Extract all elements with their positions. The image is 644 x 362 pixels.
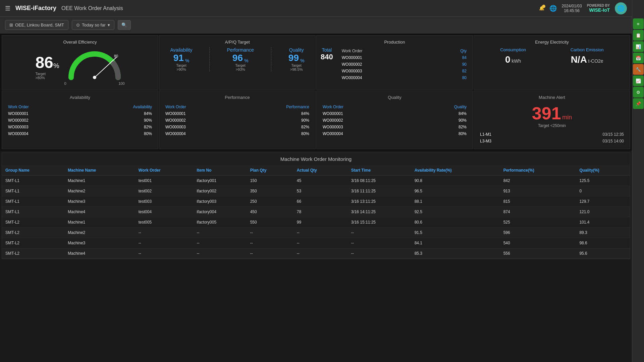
table-row: WO00000184%: [321, 111, 468, 117]
table-row: L3-M303/15 14:00: [479, 138, 625, 144]
table-row: WO00000480%: [321, 131, 468, 137]
notif-dot: [542, 5, 545, 8]
search-button[interactable]: 🔍: [118, 20, 131, 30]
date-filter-button[interactable]: ⊙ Today so far ▾: [72, 20, 114, 30]
production-total: Total 840: [321, 47, 333, 81]
col-performance: Performance(%): [500, 165, 576, 176]
col-work-order: Work Order: [135, 165, 194, 176]
table-row: SMT-L1Machine3test003ifactory003250663/1…: [2, 196, 630, 207]
quality-pct: %: [300, 58, 304, 63]
sidebar-btn-2[interactable]: 📋: [633, 30, 644, 41]
table-row: WO00000290%: [321, 117, 468, 123]
svg-point-1: [93, 76, 96, 79]
performance-value-line: 96 %: [227, 53, 254, 63]
availability-metric: Availability 91 % Target>90%: [170, 47, 193, 71]
availability-section-title: Availability: [6, 95, 154, 100]
carbon-unit: t-CO2e: [588, 58, 603, 64]
monitoring-table-header: Group Name Machine Name Work Order Item …: [2, 165, 630, 176]
filter-icon: ⊞: [9, 22, 13, 27]
user-avatar[interactable]: 🌐: [615, 2, 627, 14]
availability-target: Target>90%: [170, 63, 193, 71]
quality-value-line: 99 %: [288, 53, 305, 63]
hamburger-icon[interactable]: ☰: [5, 5, 10, 12]
col-plan-qty: Plan Qty: [247, 165, 293, 176]
clock-icon: ⊙: [76, 22, 80, 27]
table-row: WO00000382: [340, 68, 468, 74]
sidebar-btn-8[interactable]: 📌: [633, 98, 644, 109]
alert-value-area: 391 min: [478, 103, 626, 123]
notification-bell[interactable]: 🔔: [539, 6, 544, 11]
carbon-label: Carbon Emission: [571, 47, 604, 52]
table-row: WO00000382%: [321, 124, 468, 130]
gauge-labels: 0 100: [64, 81, 125, 85]
overall-efficiency-card: Overall Efficiency 86% Target >80%: [2, 35, 158, 90]
performance-card: Performance Work Order Performance WO000…: [159, 90, 316, 149]
sidebar: ≡ 📋 📊 📅 🔧 📈 ⚙ 📌: [632, 0, 644, 362]
performance-label: Performance: [227, 47, 254, 53]
table-row: WO00000480%: [7, 131, 153, 137]
carbon-value-area: N/A t-CO2e: [571, 54, 604, 65]
page-title: OEE Work Order Analysis: [61, 5, 123, 11]
performance-target: Target>93%: [227, 63, 254, 71]
availability-label: Availability: [170, 47, 193, 53]
availability-pct: %: [185, 58, 189, 63]
table-row: WO00000480: [340, 75, 468, 81]
oee-gauge-svg: 80: [64, 47, 125, 81]
total-label: Total: [322, 47, 332, 53]
prod-qty-col-header: Qty: [433, 48, 468, 54]
chevron-down-icon: ▾: [108, 22, 110, 27]
powered-by: POWERED BY WISE-IoT: [587, 4, 610, 13]
oee-title: Overall Efficiency: [63, 40, 97, 45]
filter-button[interactable]: ⊞ OEE, Linkou Board, SMT: [5, 20, 68, 30]
oee-value-block: 86% Target >80%: [35, 53, 59, 80]
search-icon: 🔍: [121, 22, 127, 27]
app-title: WISE-iFactory: [15, 5, 56, 12]
carbon-value: N/A: [571, 54, 587, 65]
quality-table: Work Order Quality WO00000184% WO0000029…: [321, 103, 469, 137]
prod-wo-col-header: Work Order: [340, 48, 432, 54]
apq-metrics: Availability 91 % Target>90% Performance…: [163, 47, 311, 71]
quality-target: Target>98.5%: [288, 63, 305, 71]
table-row: SMT-L1Machine4test004ifactory004450783/1…: [2, 207, 630, 217]
consumption-value-area: 0 kWh: [500, 54, 526, 65]
oee-pct: %: [53, 62, 59, 69]
monitoring-table: Group Name Machine Name Work Order Item …: [2, 165, 630, 259]
header: ☰ WISE-iFactory OEE Work Order Analysis …: [0, 0, 632, 17]
avail-metric-header: Availability: [83, 104, 153, 110]
quality-card: Quality Work Order Quality WO00000184% W…: [316, 90, 473, 149]
oee-gauge-area: 86% Target >80%: [6, 47, 154, 85]
availability-value-line: 91 %: [170, 53, 193, 63]
perf-wo-header: Work Order: [164, 104, 233, 110]
sidebar-btn-4[interactable]: 📅: [633, 53, 644, 63]
sidebar-btn-6[interactable]: 📈: [633, 75, 644, 86]
sidebar-btn-3[interactable]: 📊: [633, 41, 644, 52]
table-row: WO00000184%: [164, 111, 311, 117]
machine-alert-card: Machine Alert 391 min Target <250min L1-…: [474, 90, 630, 149]
col-group-name: Group Name: [2, 165, 64, 176]
alert-title: Machine Alert: [478, 95, 626, 100]
svg-text:80: 80: [114, 54, 118, 58]
table-row: L1-M103/15 12:35: [479, 131, 625, 137]
header-right: 🔔 🌐 2024/01/03 16:45:56 POWERED BY WISE-…: [539, 2, 627, 14]
table-row: WO00000382%: [164, 124, 311, 130]
table-row: WO00000184%: [7, 111, 153, 117]
availability-table-header: Work Order Availability: [7, 104, 153, 110]
consumption-value: 0: [505, 54, 511, 65]
sidebar-btn-5[interactable]: 🔧: [633, 64, 644, 75]
quality-label: Quality: [288, 47, 305, 53]
table-row: SMT-L2Machine3----------84.154098.6: [2, 238, 630, 248]
avail-wo-header: Work Order: [7, 104, 83, 110]
quality-metric: Quality 99 % Target>98.5%: [288, 47, 305, 71]
apq-target-card: A/P/Q Target Availability 91 % Target>90…: [159, 35, 316, 90]
sidebar-btn-1[interactable]: ≡: [633, 18, 644, 29]
energy-card: Energy Electricity Consumption 0 kWh Car…: [474, 35, 630, 90]
col-machine-name: Machine Name: [64, 165, 135, 176]
monitoring-title: Machine Work Order Monitoring: [2, 153, 630, 165]
sidebar-btn-7[interactable]: ⚙: [633, 87, 644, 98]
consumption-unit: kWh: [512, 58, 521, 64]
globe-icon[interactable]: 🌐: [549, 5, 557, 12]
qual-wo-header: Work Order: [321, 104, 410, 110]
production-table: Work Order Qty WO00000184 WO00000290 WO0…: [340, 47, 469, 81]
table-row: WO00000290%: [164, 117, 311, 123]
table-row: WO00000290: [340, 61, 468, 67]
